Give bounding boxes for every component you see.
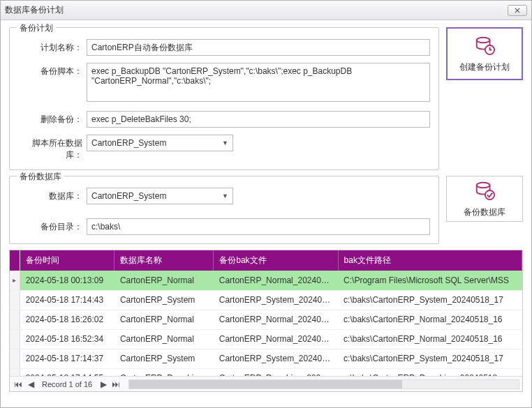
script-label: 备份脚本： <box>18 63 87 77</box>
cell-file: CartonERP_DongLian_20240... <box>214 368 338 376</box>
scriptdb-value: CartonERP_System <box>91 138 166 148</box>
cell-file: CartonERP_Normal_2024051... <box>214 329 338 349</box>
cell-path: C:\Program Files\Microsoft SQL Server\MS… <box>338 271 522 290</box>
plan-name-input[interactable] <box>87 39 430 56</box>
close-button[interactable] <box>508 5 527 16</box>
horizontal-scrollbar[interactable] <box>128 379 519 389</box>
database-check-icon <box>474 179 495 202</box>
cell-time: 2024-05-18 00:13:09 <box>20 271 114 290</box>
row-indicator-header <box>10 250 20 271</box>
col-name[interactable]: 数据库名称 <box>114 250 214 271</box>
group-title-plan: 备份计划 <box>17 22 56 34</box>
row-indicator <box>10 310 20 329</box>
create-plan-label: 创建备份计划 <box>459 61 510 73</box>
row-indicator <box>10 368 20 376</box>
plan-name-label: 计划名称： <box>18 39 87 54</box>
pager-first-button[interactable]: ⏮ <box>13 379 24 390</box>
dir-label: 备份目录： <box>18 218 87 233</box>
backup-db-button[interactable]: 备份数据库 <box>446 176 523 222</box>
table-row[interactable]: 2024-05-18 17:14:43CartonERP_SystemCarto… <box>10 290 522 310</box>
col-file[interactable]: 备份bak文件 <box>214 250 338 271</box>
row-indicator: ▸ <box>10 271 20 290</box>
svg-point-0 <box>477 38 490 43</box>
col-path[interactable]: bak文件路径 <box>338 250 522 271</box>
window-title: 数据库备份计划 <box>5 4 64 16</box>
delete-input[interactable] <box>87 111 430 128</box>
cell-name: CartonERP_Normal <box>114 271 214 290</box>
cell-time: 2024-05-18 16:52:34 <box>20 329 114 349</box>
pager-next-button[interactable]: ▶ <box>98 379 109 390</box>
cell-name: CartonERP_System <box>114 349 214 368</box>
table-row[interactable]: 2024-05-18 17:14:55CartonERP_DongLianCar… <box>10 368 522 376</box>
cell-path: c:\baks\CartonERP_DongLian_20240518_ <box>338 368 522 376</box>
delete-label: 删除备份： <box>18 111 87 126</box>
cell-file: CartonERP_System_2024051... <box>214 349 338 368</box>
pager-text: Record 1 of 16 <box>42 380 92 388</box>
cell-path: c:\baks\CartonERP_System_20240518_17 <box>338 290 522 310</box>
cell-file: CartonERP_Normal_2024051... <box>214 310 338 329</box>
svg-point-2 <box>477 183 490 188</box>
cell-name: CartonERP_DongLian <box>114 368 214 376</box>
scrollbar-thumb[interactable] <box>129 380 401 388</box>
titlebar: 数据库备份计划 <box>1 1 531 20</box>
cell-time: 2024-05-18 16:26:02 <box>20 310 114 329</box>
dir-input[interactable] <box>87 218 430 235</box>
pager-last-button[interactable]: ⏭ <box>110 379 121 390</box>
cell-file: CartonERP_System_2024051... <box>214 290 338 310</box>
col-time[interactable]: 备份时间 <box>20 250 114 271</box>
cell-name: CartonERP_System <box>114 290 214 310</box>
row-indicator <box>10 329 20 349</box>
table-row[interactable]: 2024-05-18 16:26:02CartonERP_NormalCarto… <box>10 310 522 329</box>
table-row[interactable]: ▸2024-05-18 00:13:09CartonERP_NormalCart… <box>10 271 522 290</box>
row-indicator <box>10 349 20 368</box>
chevron-down-icon: ▼ <box>222 192 228 199</box>
grid-scroll[interactable]: 备份时间 数据库名称 备份bak文件 bak文件路径 ▸2024-05-18 0… <box>10 250 522 376</box>
cell-path: c:\baks\CartonERP_System_20240518_17 <box>338 349 522 368</box>
cell-name: CartonERP_Normal <box>114 310 214 329</box>
pager-prev-button[interactable]: ◀ <box>25 379 36 390</box>
cell-path: c:\baks\CartonERP_Normal_20240518_16 <box>338 310 522 329</box>
backup-db-label: 备份数据库 <box>464 206 505 218</box>
group-backup-plan: 备份计划 计划名称： 备份脚本： 删除备份： 脚本所在数据库： <box>9 27 439 170</box>
group-title-db: 备份数据库 <box>17 171 64 183</box>
table-row[interactable]: 2024-05-18 16:52:34CartonERP_NormalCarto… <box>10 329 522 349</box>
cell-time: 2024-05-18 17:14:37 <box>20 349 114 368</box>
db-label: 数据库： <box>18 188 87 202</box>
chevron-down-icon: ▼ <box>222 139 228 146</box>
cell-time: 2024-05-18 17:14:43 <box>20 290 114 310</box>
cell-time: 2024-05-18 17:14:55 <box>20 368 114 376</box>
db-select[interactable]: CartonERP_System ▼ <box>87 188 233 204</box>
pager: ⏮ ◀ Record 1 of 16 ▶ ⏭ <box>10 376 522 391</box>
db-value: CartonERP_System <box>91 191 166 201</box>
close-icon <box>515 8 520 13</box>
script-textarea[interactable] <box>87 63 430 102</box>
table-row[interactable]: 2024-05-18 17:14:37CartonERP_SystemCarto… <box>10 349 522 368</box>
cell-path: c:\baks\CartonERP_Normal_20240518_16 <box>338 329 522 349</box>
create-backup-plan-button[interactable]: 创建备份计划 <box>446 27 523 80</box>
calendar-database-icon <box>474 34 495 57</box>
scriptdb-select[interactable]: CartonERP_System ▼ <box>87 135 233 151</box>
group-backup-db: 备份数据库 数据库： CartonERP_System ▼ 备份目录： <box>9 176 439 244</box>
cell-file: CartonERP_Normal_20240518... <box>214 271 338 290</box>
backup-grid: 备份时间 数据库名称 备份bak文件 bak文件路径 ▸2024-05-18 0… <box>9 250 523 392</box>
svg-point-3 <box>485 190 494 199</box>
row-indicator <box>10 290 20 310</box>
cell-name: CartonERP_Normal <box>114 329 214 349</box>
scriptdb-label: 脚本所在数据库： <box>18 135 87 161</box>
